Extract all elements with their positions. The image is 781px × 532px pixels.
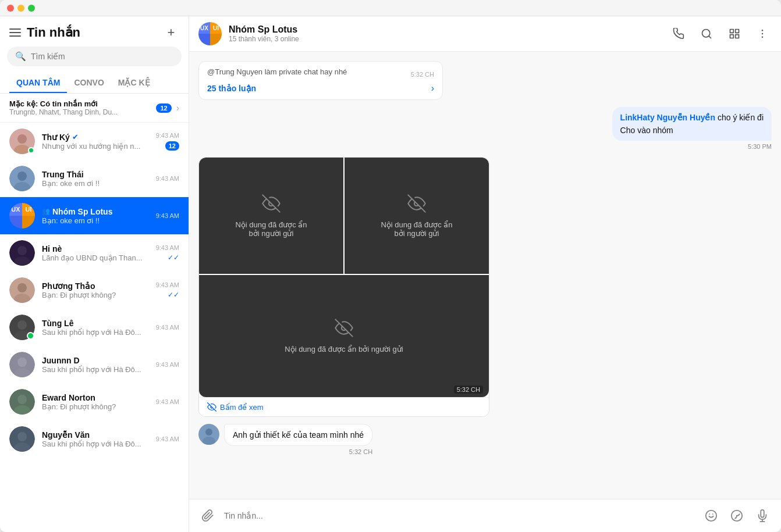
thread-link[interactable]: 25 thảo luận › — [207, 83, 434, 94]
hamburger-icon[interactable] — [9, 27, 21, 38]
notification-text: Mặc kệ: Có tin nhắn mới Trungnb, Nhatvt,… — [9, 99, 156, 116]
thread-time: 5:32 CH — [411, 71, 434, 78]
more-options-button[interactable] — [753, 24, 772, 43]
media-cell[interactable]: Nội dung đã được ẩnbởi người gửi — [345, 158, 489, 274]
chat-area: UX UI Nhóm Sp Lotus 15 thành viên, 3 onl… — [189, 16, 781, 532]
verified-icon: ✔ — [72, 133, 79, 141]
list-item[interactable]: UX UI 👥 Nhóm Sp Lotus Bạn: oke em ơi !! — [0, 197, 189, 234]
conv-preview: Lãnh đạo UBND quận Than... — [42, 253, 149, 262]
maximize-button[interactable] — [28, 5, 35, 12]
avatar — [9, 315, 35, 340]
avatar-piece: UX — [198, 22, 210, 34]
conv-name: Juunnn D — [42, 356, 80, 365]
notification-banner[interactable]: Mặc kệ: Có tin nhắn mới Trungnb, Nhatvt,… — [0, 94, 189, 123]
conv-time: 9:43 AM — [156, 212, 179, 219]
sidebar: Tin nhắn + 🔍 QUAN TÂM CONVO MẶC KỆ Mặc k… — [0, 16, 189, 532]
conv-name: Nhóm Sp Lotus — [52, 207, 112, 216]
online-indicator — [27, 332, 34, 340]
chat-group-name: Nhóm Sp Lotus — [229, 24, 662, 35]
search-chat-button[interactable] — [697, 24, 716, 43]
svg-point-1 — [17, 134, 27, 144]
tab-bar: QUAN TÂM CONVO MẶC KỆ — [0, 72, 189, 94]
main-content: Tin nhắn + 🔍 QUAN TÂM CONVO MẶC KỆ Mặc k… — [0, 16, 781, 532]
emoji-button[interactable] — [702, 506, 720, 525]
message-right: LinkHaty Nguyễn Huyền cho ý kiến đi Cho … — [198, 107, 772, 150]
conv-time: 9:43 AM — [156, 244, 179, 251]
message-input[interactable] — [224, 511, 695, 520]
conv-preview: Nhưng với xu hướng hiện n... — [42, 142, 149, 151]
sticker-button[interactable] — [727, 506, 746, 525]
call-button[interactable] — [669, 24, 688, 43]
conv-time: 9:43 AM — [156, 361, 179, 368]
conv-meta: 9:43 AM — [156, 212, 179, 219]
conv-info: Tùng Lê Sau khi phối hợp với Hà Đô... — [42, 319, 149, 337]
list-item[interactable]: Eward Norton Bạn: Đi phượt không? 9:43 A… — [0, 383, 189, 420]
unread-badge: 12 — [165, 141, 179, 151]
conv-name: Hi nè — [42, 244, 62, 253]
message-left-content: Anh gửi thiết kế của team mình nhé 5:32 … — [224, 424, 372, 455]
chat-messages: @Trung Nguyen làm private chat hay nhé 5… — [189, 52, 781, 499]
conv-meta: 9:43 AM — [156, 435, 179, 442]
media-wrapper: Nội dung đã được ẩnbởi người gửi — [198, 157, 489, 417]
hidden-content-icon — [335, 319, 353, 341]
conv-name: Nguyễn Văn — [42, 430, 90, 440]
conv-name: Phương Thảo — [42, 281, 95, 291]
message-subtext: Cho vào nhóm — [620, 126, 764, 135]
list-item[interactable]: Juunnn D Sau khi phối hợp với Hà Đô... 9… — [0, 346, 189, 383]
tap-to-view-button[interactable]: Bấm để xem — [199, 397, 489, 416]
message-bubble-left: Anh gửi thiết kế của team mình nhé — [224, 424, 372, 446]
list-item[interactable]: Tùng Lê Sau khi phối hợp với Hà Đô... 9:… — [0, 309, 189, 346]
conv-info: Nguyễn Văn Sau khi phối hợp với Hà Đô... — [42, 430, 149, 448]
tab-quan-tam[interactable]: QUAN TÂM — [9, 72, 67, 93]
tab-convo[interactable]: CONVO — [67, 72, 111, 93]
layout-button[interactable] — [725, 24, 744, 43]
media-cell[interactable]: Nội dung đã được ẩn bởi người gửi 5:32 C… — [199, 275, 489, 397]
list-item[interactable]: Trung Thái Bạn: oke em ơi !! 9:43 AM — [0, 160, 189, 197]
double-check-icon: ✓✓ — [168, 291, 179, 299]
media-message: Nội dung đã được ẩnbởi người gửi — [198, 157, 772, 417]
message-text: Anh gửi thiết kế của team mình nhé — [233, 430, 364, 440]
list-item[interactable]: Hi nè Lãnh đạo UBND quận Than... 9:43 AM… — [0, 234, 189, 272]
conv-time: 9:43 AM — [156, 175, 179, 182]
avatar-piece: UX — [9, 203, 22, 216]
conv-meta: 9:43 AM — [156, 324, 179, 331]
chat-group-avatar: UX UI — [198, 22, 222, 45]
svg-point-4 — [17, 172, 27, 181]
svg-point-30 — [762, 33, 764, 35]
close-button[interactable] — [7, 5, 14, 12]
tab-mac-ke[interactable]: MẶC KỆ — [111, 72, 157, 93]
search-bar[interactable]: 🔍 — [7, 47, 182, 66]
avatar — [9, 240, 35, 266]
svg-point-22 — [17, 432, 27, 441]
thread-card[interactable]: @Trung Nguyen làm private chat hay nhé 5… — [198, 61, 455, 100]
sender-avatar — [198, 424, 219, 445]
svg-rect-27 — [730, 35, 734, 38]
app-window: Tin nhắn + 🔍 QUAN TÂM CONVO MẶC KỆ Mặc k… — [0, 0, 781, 532]
attachment-button[interactable] — [198, 506, 217, 525]
conv-preview: Sau khi phối hợp với Hà Đô... — [42, 440, 149, 448]
conv-preview: Sau khi phối hợp với Hà Đô... — [42, 365, 149, 374]
hidden-content-icon — [262, 194, 281, 217]
avatar — [9, 426, 35, 452]
notification-title: Mặc kệ: Có tin nhắn mới — [9, 99, 156, 108]
svg-point-39 — [706, 510, 716, 521]
conv-meta: 9:43 AM 12 — [156, 132, 179, 151]
voice-button[interactable] — [753, 506, 772, 525]
title-bar-controls — [7, 5, 35, 12]
list-item[interactable]: Thư Ký ✔ Nhưng với xu hướng hiện n... 9:… — [0, 123, 189, 160]
media-cell-text: Nội dung đã được ẩnbởi người gửi — [235, 220, 307, 238]
media-timestamp: 5:32 CH — [454, 385, 483, 394]
svg-rect-25 — [730, 30, 734, 33]
media-cell[interactable]: Nội dung đã được ẩnbởi người gửi — [199, 158, 343, 274]
list-item[interactable]: Phương Thảo Bạn: Đi phượt không? 9:43 AM… — [0, 272, 189, 309]
double-check-icon: ✓✓ — [168, 253, 179, 262]
avatar — [9, 352, 35, 377]
minimize-button[interactable] — [17, 5, 24, 12]
tap-to-view-label: Bấm để xem — [220, 403, 264, 412]
list-item[interactable]: Nguyễn Văn Sau khi phối hợp với Hà Đô...… — [0, 420, 189, 458]
svg-point-16 — [17, 358, 27, 367]
thread-card-content[interactable]: @Trung Nguyen làm private chat hay nhé 5… — [198, 61, 443, 100]
add-conversation-button[interactable]: + — [163, 24, 179, 41]
message-time: 5:32 CH — [224, 448, 372, 455]
search-input[interactable] — [31, 52, 173, 61]
